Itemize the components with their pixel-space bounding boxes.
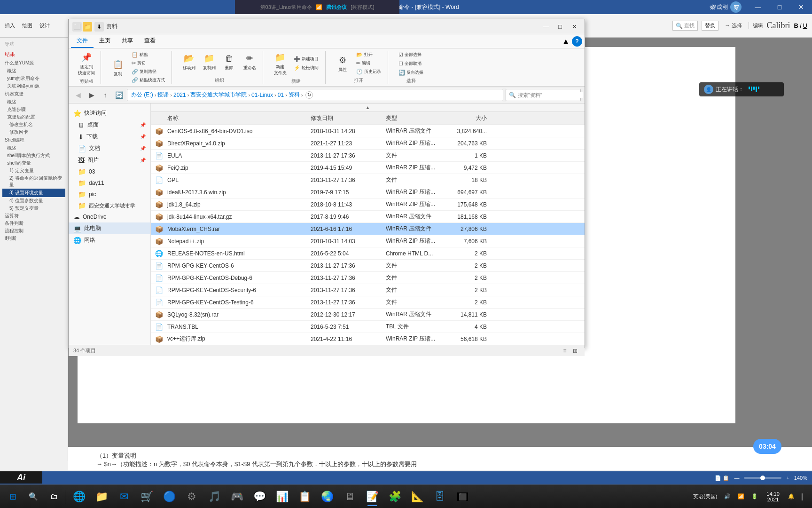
table-row[interactable]: 📄 GPL 2013-11-27 17:36 文件 18 KB <box>151 174 585 186</box>
search-box[interactable]: 🔍 查找 <box>672 21 698 31</box>
taskbar-app-picasa[interactable]: 🎵 <box>203 486 226 507</box>
taskbar-app-word[interactable]: 📝 <box>361 486 383 507</box>
col-date-header[interactable]: 修改日期 <box>311 114 386 122</box>
ribbon-tab-design[interactable]: 设计 <box>39 22 50 29</box>
ribbon-help-btn[interactable]: ? <box>572 36 582 47</box>
replace-box[interactable]: 替换 <box>702 21 718 31</box>
bc-office[interactable]: 办公 (E:) <box>131 91 153 99</box>
properties-btn[interactable]: ⚙ 属性 <box>333 53 352 74</box>
volume-control[interactable]: 🔊 <box>722 493 733 500</box>
sidebar-hostname[interactable]: 修改主机名 <box>2 121 65 128</box>
table-row[interactable]: 📦 Notepad++.zip 2018-10-31 14:03 WinRAR … <box>151 235 585 247</box>
sidebar-day11[interactable]: 📁 day11 <box>69 177 150 189</box>
sidebar-if[interactable]: if判断 <box>2 235 65 242</box>
invert-btn[interactable]: 🔄 反向选择 <box>396 69 426 77</box>
sidebar-quick-access[interactable]: ⭐ 快速访问 <box>69 107 150 119</box>
start-button[interactable]: ⊞ <box>2 486 23 507</box>
sidebar-pictures[interactable]: 🖼 图片 📌 <box>69 154 150 166</box>
sidebar-define-var[interactable]: 1) 定义变量 <box>2 167 65 175</box>
table-row[interactable]: 📦 DirectXRepair_v4.0.zip 2021-1-27 11:23… <box>151 137 585 150</box>
table-row[interactable]: 📦 CentOS-6.8-x86_64-bin-DVD1.iso 2018-10… <box>151 125 585 137</box>
sidebar-yum-title[interactable]: 什么是YUM源 <box>2 59 65 67</box>
sidebar-nic[interactable]: 修改网卡 <box>2 128 65 136</box>
taskbar-app-navicat[interactable]: 🗄 <box>429 486 451 507</box>
taskbar-app-wechat[interactable]: 💬 <box>248 486 271 507</box>
table-row[interactable]: 📦 idealU-2017.3.6.win.zip 2019-7-9 17:15… <box>151 186 585 198</box>
table-row[interactable]: 📦 SQLyog-8.32(sn).rar 2012-12-30 12:17 W… <box>151 309 585 321</box>
select-box[interactable]: → 选择 <box>722 21 745 30</box>
table-row[interactable]: 📄 RPM-GPG-KEY-CentOS-Security-6 2013-11-… <box>151 284 585 296</box>
copy-path-btn[interactable]: 🔗 复制路径 <box>129 68 168 76</box>
ribbon-tab-view[interactable]: 查看 <box>139 34 161 48</box>
show-desktop-btn[interactable]: | <box>799 492 805 501</box>
bc-01[interactable]: 01 <box>278 92 284 98</box>
underline-btn[interactable]: U <box>803 22 807 29</box>
taskbar-app-mail[interactable]: ✉ <box>113 486 135 507</box>
sidebar-downloads[interactable]: ⬇ 下载 📌 <box>69 131 150 143</box>
table-row[interactable]: 🌐 RELEASE-NOTES-en-US.html 2016-5-22 5:0… <box>151 247 585 260</box>
ribbon-tab-chart[interactable]: 绘图 <box>22 22 32 29</box>
easy-access-btn[interactable]: ⚡ 轻松访问 <box>291 64 321 72</box>
network-status[interactable]: 📶 <box>735 493 747 500</box>
open-btn[interactable]: 📂 打开 <box>353 51 384 59</box>
select-none-btn[interactable]: ☐ 全部取消 <box>396 60 426 68</box>
sidebar-env-var[interactable]: 3) 设置环境变量 <box>2 189 65 197</box>
help-button[interactable]: ? <box>704 0 726 14</box>
sidebar-onedrive[interactable]: ☁ OneDrive <box>69 211 150 222</box>
address-bar[interactable]: 办公 (E:) › 授课 › 2021 › 西安交通大学城市学院 › 01-Li… <box>127 89 503 101</box>
taskbar-app-mind[interactable]: 🧩 <box>383 486 406 507</box>
table-row[interactable]: 📦 jdk1.8_64.zip 2018-10-8 11:43 WinRAR Z… <box>151 198 585 211</box>
nav-back-btn[interactable]: ◀ <box>72 89 84 101</box>
table-row[interactable]: 📦 FeiQ.zip 2019-4-15 15:49 WinRAR ZIP 压缩… <box>151 162 585 174</box>
sidebar-pos-var[interactable]: 4) 位置参数变量 <box>2 197 65 205</box>
explorer-maximize-btn[interactable]: □ <box>554 22 567 32</box>
taskbar-app-idea[interactable]: 🎮 <box>226 486 248 507</box>
sidebar-flow[interactable]: 流程控制 <box>2 227 65 235</box>
delete-btn[interactable]: 🗑 删除 <box>220 51 239 72</box>
taskbar-app-maps[interactable]: 🌏 <box>316 486 338 507</box>
language-indicator[interactable]: 英语(美国) <box>691 493 719 500</box>
sidebar-predef-var[interactable]: 5) 预定义变量 <box>2 205 65 212</box>
sidebar-shell-desc[interactable]: 概述 <box>2 144 65 152</box>
search-bar[interactable]: 🔍 <box>506 89 581 101</box>
sidebar-return-var[interactable]: 2) 将命令的返回值赋给变量 <box>2 175 65 189</box>
ribbon-tab-file[interactable]: 文件 <box>71 34 94 48</box>
ribbon-tab-home[interactable]: 主页 <box>94 34 116 48</box>
sidebar-shell-vars[interactable]: shell的变量 <box>2 159 65 167</box>
new-item-btn[interactable]: ➕ 新建项目 <box>291 55 321 63</box>
sidebar-xjtu[interactable]: 📁 西安交通大学城市学 <box>69 200 150 211</box>
bc-course[interactable]: 授课 <box>157 91 169 99</box>
sidebar-yum-desc[interactable]: 概述 <box>2 67 65 75</box>
table-row[interactable]: 📄 RPM-GPG-KEY-CentOS-6 2013-11-27 17:36 … <box>151 260 585 272</box>
taskbar-clock[interactable]: 14:10 2021 <box>763 491 783 502</box>
ribbon-tab-insert[interactable]: 插入 <box>5 22 15 29</box>
zoom-plus[interactable]: + <box>786 475 789 481</box>
sort-header-collapse[interactable]: ▲ <box>151 103 585 112</box>
bc-linux[interactable]: 01-Linux <box>251 92 273 98</box>
new-folder-btn[interactable]: 📁 新建文件夹 <box>271 50 289 77</box>
zoom-minus[interactable]: — <box>734 475 739 481</box>
sidebar-03[interactable]: 📁 03 <box>69 166 150 177</box>
sidebar-clone-config[interactable]: 克隆后的配置 <box>2 113 65 121</box>
sidebar-clone-title[interactable]: 机器克隆 <box>2 90 65 98</box>
sidebar-this-pc[interactable]: 💻 此电脑 <box>69 222 150 234</box>
sidebar-shell-exec[interactable]: shell脚本的执行方式 <box>2 152 65 159</box>
paste-btn[interactable]: 📋 粘贴 <box>129 51 168 59</box>
nav-up-btn[interactable]: ↑ <box>100 89 111 101</box>
select-all-btn[interactable]: ☑ 全部选择 <box>396 51 426 59</box>
sidebar-results[interactable]: 结果 <box>2 50 65 59</box>
explorer-minimize-btn[interactable]: — <box>539 22 553 32</box>
italic-btn[interactable]: I <box>800 22 802 29</box>
bc-year[interactable]: 2021 <box>173 92 186 98</box>
battery-status[interactable]: 🔋 <box>749 493 760 500</box>
taskbar-app-edge[interactable]: 🌐 <box>68 486 90 507</box>
maximize-button[interactable]: □ <box>769 0 790 14</box>
paste-shortcut-btn[interactable]: 🔗 粘贴快捷方式 <box>129 76 168 84</box>
rename-btn[interactable]: ✏ 重命名 <box>240 51 259 72</box>
sidebar-pic[interactable]: 📁 pic <box>69 189 150 200</box>
taskbar-app-ppt[interactable]: 📋 <box>293 486 316 507</box>
col-size-header[interactable]: 大小 <box>447 114 494 122</box>
sidebar-clone-steps[interactable]: 克隆步骤 <box>2 106 65 113</box>
col-type-header[interactable]: 类型 <box>386 114 447 122</box>
table-row[interactable]: 📄 RPM-GPG-KEY-CentOS-Debug-6 2013-11-27 … <box>151 272 585 284</box>
